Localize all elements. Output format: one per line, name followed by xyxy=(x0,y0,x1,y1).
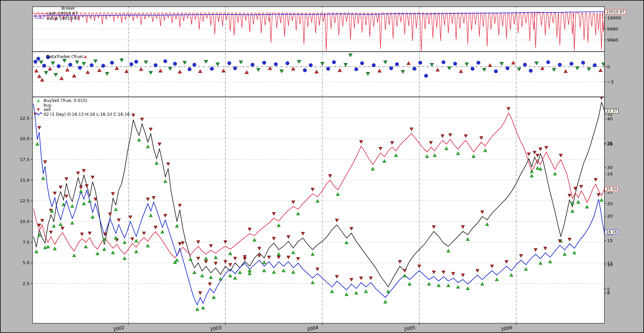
trade-marker-circle xyxy=(262,61,266,64)
trade-marker-circle xyxy=(326,67,330,70)
broker-legend-cash-label: cash 10010.97 xyxy=(47,11,78,16)
x-tick-label: 2005 xyxy=(403,325,416,332)
trade-triangle-up-icon: ▲ xyxy=(84,55,87,58)
trade-marker-circle xyxy=(42,64,46,67)
y-tick-label-right: 28 xyxy=(607,142,613,147)
y-tick-label-right: 15 xyxy=(607,238,613,243)
trade-marker-circle xyxy=(471,67,474,70)
axis-value-tag: 23.37 xyxy=(605,108,619,113)
trade-marker-circle xyxy=(442,60,445,64)
buysell-legend-d2-row: ▼ d2 (1 Day) O:16.13 H:16 L:16.10 C:16.1… xyxy=(34,112,130,117)
x-tick-label: 2002 xyxy=(112,325,125,332)
trade-marker-circle xyxy=(34,60,37,63)
trade-marker-circle xyxy=(135,60,138,63)
y-tick-label-right: 24 xyxy=(607,171,613,176)
trade-marker-circle xyxy=(78,66,82,69)
trade-marker-circle xyxy=(570,62,573,65)
trade-marker-circle xyxy=(154,63,157,67)
y-tick-label-right: 40 xyxy=(607,116,613,121)
cash-line-swatch-icon xyxy=(35,13,44,13)
trade-marker-circle xyxy=(581,61,585,64)
y-tick-label-right: −3 xyxy=(607,79,613,85)
y-tick-label-left: 20.0 xyxy=(20,136,30,141)
trade-marker-circle xyxy=(286,61,289,65)
broker-legend-title: Broker xyxy=(47,6,75,11)
y-tick-label-right: 12 xyxy=(607,261,613,266)
broker-legend: Broker cash 10010.97 value 10010.97 xyxy=(35,6,79,21)
y-tick-label-right: 8 xyxy=(607,290,610,295)
axis-value-tag: 25.54 xyxy=(605,187,619,192)
trade-marker-circle xyxy=(110,61,114,64)
trade-marker-circle xyxy=(593,63,596,67)
y-tick-label-left: 12.5 xyxy=(20,198,30,203)
sell-triangle-down-icon: ▼ xyxy=(37,108,40,111)
buysell-legend-buy-row: buy xyxy=(34,103,130,108)
broker-legend-value-label: value 10010.97 xyxy=(47,16,79,21)
trade-marker-circle xyxy=(389,66,393,70)
x-tick-label: 2004 xyxy=(306,325,319,332)
broker-legend-title-row: Broker xyxy=(35,6,79,11)
chart-canvas: 10000998099600−3403530252015105322824201… xyxy=(1,1,644,333)
trade-marker-circle xyxy=(558,63,561,66)
y-tick-label-left: 10.0 xyxy=(20,219,30,224)
trade-marker-circle xyxy=(210,67,213,70)
trade-marker-circle xyxy=(68,63,72,66)
trade-marker-circle xyxy=(227,61,231,65)
y-tick-label-left: 7.5 xyxy=(22,240,30,245)
broker-legend-cash-row: cash 10010.97 xyxy=(35,11,79,16)
buysell-legend-d2-label: d2 (1 Day) O:16.13 H:16 L:16.10 C:16.16 xyxy=(44,112,130,117)
trade-marker-circle xyxy=(360,61,364,65)
y-tick-label-right: 30 xyxy=(607,165,613,170)
y-tick-label-left: 15.0 xyxy=(20,178,30,183)
trade-marker-circle xyxy=(355,67,358,71)
trade-marker-circle xyxy=(523,63,527,66)
y-tick-label-left: 22.5 xyxy=(20,116,30,121)
trade-marker-circle xyxy=(102,64,105,67)
broker-legend-value-row: value 10010.97 xyxy=(35,16,79,21)
trade-marker-circle xyxy=(424,74,428,77)
y-tick-label-right: 0 xyxy=(607,64,610,69)
trade-marker-circle xyxy=(173,62,177,65)
panel-bg-1 xyxy=(33,52,604,97)
trade-marker-circle xyxy=(90,63,93,67)
buysell-legend-sell-row: ▼ sell xyxy=(34,107,130,112)
buy-triangle-up-icon: ▲ xyxy=(37,99,40,102)
x-tick-label: 2003 xyxy=(209,325,222,332)
y-tick-label-right: 9980 xyxy=(607,26,618,32)
x-tick-label: 2006 xyxy=(500,325,513,332)
y-tick-label-left: 5.0 xyxy=(22,260,30,265)
datatrades-legend-title: DataTrades (True) xyxy=(46,54,84,59)
trade-marker-circle xyxy=(164,59,167,63)
trade-marker-circle xyxy=(37,57,40,60)
trade-marker-circle xyxy=(274,62,277,66)
datatrades-legend: DataTrades (True) ▲ xyxy=(46,54,87,59)
value-line-swatch-icon xyxy=(35,18,44,18)
d2-line-swatch-icon xyxy=(34,112,43,116)
trade-marker-circle xyxy=(372,63,375,67)
trade-marker-circle xyxy=(453,62,457,65)
axis-value-tag: 10010.97 xyxy=(605,9,626,14)
trade-marker-circle xyxy=(309,63,312,67)
trade-marker-circle xyxy=(506,66,509,70)
trade-marker-circle xyxy=(57,64,60,68)
trade-marker-circle xyxy=(233,66,237,70)
figure-window: 10000998099600−3403530252015105322824201… xyxy=(0,0,644,333)
trade-marker-circle xyxy=(546,60,550,64)
axis-value-tag: 16.16 xyxy=(605,230,619,235)
trade-marker-circle xyxy=(332,60,335,64)
trade-marker-circle xyxy=(494,69,497,73)
y-tick-label-right: 9960 xyxy=(607,38,618,43)
trade-marker-circle xyxy=(477,61,480,64)
y-tick-label-right: 10000 xyxy=(607,15,621,20)
trade-marker-circle xyxy=(395,62,398,66)
trade-marker-circle xyxy=(303,68,307,72)
trade-marker-circle xyxy=(251,63,254,66)
trade-marker-circle xyxy=(529,69,532,72)
trade-marker-circle xyxy=(188,67,191,71)
trade-marker-circle xyxy=(413,67,416,70)
panel-bg-2 xyxy=(33,97,604,323)
y-tick-label-left: 2.5 xyxy=(22,281,30,286)
trade-marker-circle xyxy=(419,61,422,64)
y-tick-label-right: 20 xyxy=(607,201,613,206)
buysell-legend-title-row: ▲ BuySell (True, 0.015) xyxy=(34,98,130,103)
